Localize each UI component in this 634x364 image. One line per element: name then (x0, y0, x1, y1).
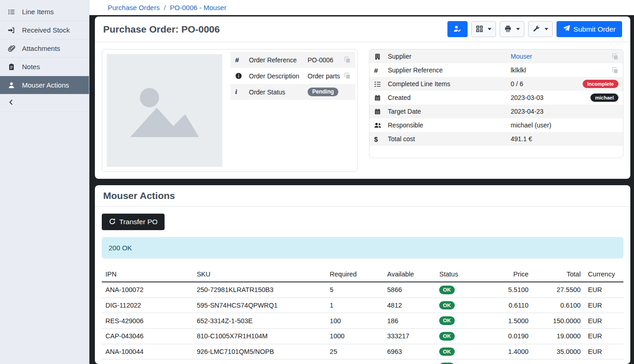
cell-total: 150.0000 (532, 313, 584, 329)
table-row: DIG-112022 595-SN74HCS74QPWRQ1 1 4812 OK… (102, 298, 623, 313)
order-actions-button[interactable] (528, 21, 553, 37)
order-toolbar: Submit Order (447, 21, 622, 37)
detail-label: Completed Line Items (388, 80, 511, 88)
print-actions-button[interactable] (500, 21, 524, 37)
cell-ipn: CAP-043046 (102, 328, 193, 344)
cell-required: 5 (326, 282, 383, 298)
cell-price: 0.6110 (488, 298, 532, 313)
printer-icon (504, 25, 512, 33)
sidebar: Line Items Received Stock Attachments No… (0, 0, 89, 364)
cell-ipn: DIG-112022 (102, 298, 193, 313)
list-check-icon (374, 81, 388, 88)
status-ok-badge: OK (439, 301, 454, 310)
info-circle-icon (235, 72, 249, 79)
cell-required: 1 (326, 298, 383, 313)
cell-required: 1000 (326, 328, 383, 344)
cell-currency: EUR (584, 298, 623, 313)
cell-price: 1.5000 (488, 313, 532, 329)
cell-available: 4812 (384, 298, 436, 313)
purchase-order-panel-body: # Order Reference PO-0006 (95, 42, 630, 179)
detail-value: Pending (308, 88, 351, 96)
actions-panel-title: Mouser Actions (103, 190, 175, 201)
submit-order-button[interactable]: Submit Order (557, 21, 622, 37)
cell-status: OK (436, 328, 488, 344)
sidebar-item-attachments[interactable]: Attachments (0, 39, 89, 58)
cell-sku: 926-LMC7101QM5/NOPB (193, 344, 326, 359)
purchase-order-panel-header: Purchase Order: PO-0006 (95, 17, 630, 42)
header-status: Status (436, 267, 488, 282)
detail-row-total-cost: $ Total cost 491.1 € (369, 132, 623, 146)
cell-sku: 810-C1005X7R1H104M (193, 328, 326, 344)
copy-icon[interactable] (612, 53, 618, 60)
table-row: ANA-100072 250-72981KLRATR150B3 5 5866 O… (102, 282, 623, 298)
order-details-table: # Order Reference PO-0006 (231, 51, 355, 170)
sidebar-collapse-button[interactable] (0, 94, 89, 112)
order-image-placeholder (107, 54, 222, 167)
users-icon (374, 121, 388, 129)
detail-value: PO-0006 (308, 56, 340, 64)
supplier-details-card: Supplier Mouser # Supplier Reference lkl… (369, 49, 623, 158)
breadcrumb-current[interactable]: PO-0006 - Mouser (170, 4, 226, 11)
detail-value: 491.1 € (511, 135, 618, 143)
detail-label: Target Date (388, 108, 511, 115)
copy-icon[interactable] (612, 67, 618, 74)
cell-price: 0.0190 (488, 328, 532, 344)
sign-in-icon (7, 27, 16, 34)
caret-down-icon (488, 28, 491, 30)
user-icon (7, 82, 16, 89)
cell-ipn: RES-429006 (102, 313, 193, 329)
order-status-badge: Pending (308, 88, 338, 96)
page-content: Purchase Order: PO-0006 (89, 15, 634, 364)
detail-row-order-reference: # Order Reference PO-0006 (231, 52, 355, 68)
mouser-actions-body: Transfer PO 200 OK IPN SKU Required Avai… (95, 207, 630, 364)
list-icon (7, 8, 16, 16)
transfer-po-button[interactable]: Transfer PO (102, 214, 165, 230)
paperclip-icon (7, 45, 16, 52)
cell-ipn: ANA-100072 (102, 282, 193, 298)
barcode-actions-button[interactable] (471, 21, 496, 37)
breadcrumb-purchase-orders[interactable]: Purchase Orders (108, 4, 160, 11)
detail-label: Order Reference (249, 56, 308, 64)
copy-icon[interactable] (344, 56, 351, 63)
sidebar-item-label: Mouser Actions (22, 81, 69, 89)
qrcode-icon (476, 25, 483, 33)
supplier-link[interactable]: Mouser (511, 53, 532, 60)
cell-required: 100 (326, 313, 383, 329)
header-currency: Currency (584, 267, 623, 282)
sidebar-item-label: Notes (22, 63, 40, 71)
user-actions-button[interactable] (447, 21, 468, 37)
paper-plane-icon (563, 25, 570, 33)
cell-required: 47 (326, 359, 383, 364)
sidebar-item-received-stock[interactable]: Received Stock (0, 21, 89, 39)
status-ok-badge: OK (439, 347, 454, 356)
status-ok-badge: OK (439, 332, 454, 341)
purchase-order-panel: Purchase Order: PO-0006 (95, 17, 630, 179)
sidebar-item-notes[interactable]: Notes (0, 58, 89, 76)
sidebar-item-label: Line Items (22, 8, 54, 16)
table-row: RES-429006 652-3314Z-1-503E 100 186 OK 1… (102, 313, 623, 329)
header-required: Required (326, 267, 383, 282)
hash-icon: # (374, 66, 388, 74)
cell-currency: EUR (584, 282, 623, 298)
incomplete-badge: Incomplete (583, 80, 618, 88)
breadcrumb-separator: / (164, 4, 165, 11)
order-details-card: # Order Reference PO-0006 (102, 49, 358, 172)
hash-icon: # (235, 56, 249, 64)
main-area: Purchase Orders / PO-0006 - Mouser Purch… (89, 0, 634, 364)
cell-total: 268.8400 (532, 359, 584, 364)
user-badge: michael (590, 94, 618, 102)
cell-status: OK (436, 298, 488, 313)
detail-value: 0 / 6 (511, 80, 583, 88)
detail-row-supplier-reference: # Supplier Reference lklklkl (369, 63, 623, 77)
sidebar-item-mouser-actions[interactable]: Mouser Actions (0, 76, 89, 94)
header-available: Available (384, 267, 436, 282)
sidebar-item-line-items[interactable]: Line Items (0, 3, 89, 21)
transfer-po-label: Transfer PO (119, 218, 158, 226)
mouser-actions-panel: Mouser Actions Transfer PO 200 OK IPN (95, 185, 630, 364)
header-sku: SKU (193, 267, 326, 282)
wrench-icon (533, 25, 540, 33)
app-root: Line Items Received Stock Attachments No… (0, 0, 634, 364)
cell-status: OK (436, 282, 488, 298)
detail-value: 2023-04-23 (511, 108, 618, 115)
copy-icon[interactable] (344, 72, 351, 79)
